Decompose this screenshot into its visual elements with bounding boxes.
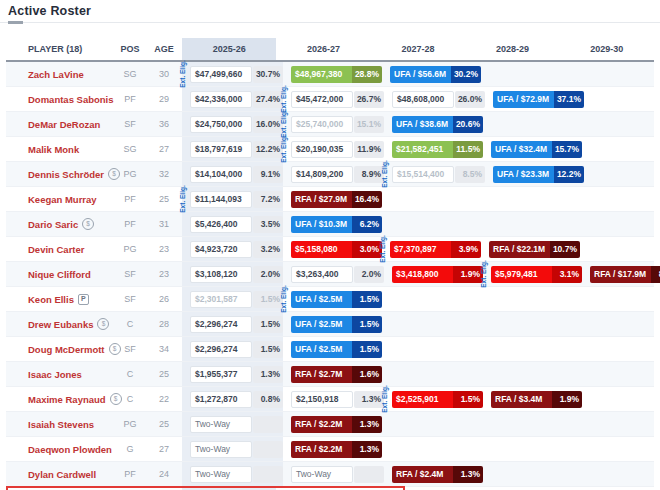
fa-badge: $7,370,8973.9% — [390, 241, 481, 258]
player-name-link[interactable]: Drew Eubanks — [28, 319, 93, 330]
salary-cell — [382, 362, 473, 386]
column-header-2025-26[interactable]: 2025-26 — [182, 38, 276, 60]
fa-badge-percent: 8.9% — [651, 266, 660, 283]
table-row: Keon EllisPSF26$2,301,5871.5%Ext. Elig.U… — [6, 287, 654, 312]
salary-cell — [473, 212, 564, 236]
salary-cell: RFA / $2.2M1.3% — [283, 412, 382, 436]
salary-group: $25,740,00015.1% — [291, 116, 384, 133]
table-row: Zach LaVineSG30Ext. Elig.$47,499,66030.7… — [6, 62, 654, 87]
player-cell: Isaac Jones — [6, 362, 114, 386]
salary-cell: Ext. Elig.$15,514,4008.5% — [384, 162, 485, 186]
salary-cell — [582, 137, 654, 161]
player-name-link[interactable]: Keegan Murray — [28, 194, 97, 205]
player-age: 23 — [146, 244, 182, 254]
salary-cell — [382, 187, 473, 211]
salary-cell: Ext. Elig.$45,472,00026.7% — [283, 87, 384, 111]
player-position: SF — [114, 344, 146, 354]
salary-group: $2,301,5871.5% — [190, 291, 283, 308]
cap-percent: 1.3% — [354, 391, 384, 408]
player-name-link[interactable]: Dario Saric — [28, 219, 78, 230]
fa-badge-percent: 16.4% — [352, 191, 382, 208]
salary-value: $2,301,587 — [190, 291, 252, 308]
salary-cell — [582, 387, 654, 411]
column-header-2027-28[interactable]: 2027-28 — [371, 38, 465, 60]
cap-percent — [354, 466, 384, 483]
ext-elig-label: Ext. Elig. — [280, 135, 287, 162]
player-name-link[interactable]: Doug McDermott — [28, 344, 105, 355]
fa-badge-label: RFA / $22.1M — [489, 241, 550, 258]
fa-badge-label: RFA / $3.4M — [491, 391, 552, 408]
player-name-link[interactable]: Malik Monk — [28, 144, 79, 155]
player-position: G — [114, 444, 146, 454]
salary-group: $14,809,2008.9% — [291, 166, 384, 183]
player-age: 28 — [146, 319, 182, 329]
player-name-link[interactable]: Dylan Cardwell — [28, 469, 96, 480]
player-position: C — [114, 319, 146, 329]
table-row: Isaac JonesC25$1,955,3771.3%RFA / $2.7M1… — [6, 362, 654, 387]
fa-badge: UFA / $2.5M1.5% — [291, 316, 382, 333]
salary-group: $1,955,3771.3% — [190, 366, 283, 383]
salary-cell: Ext. Elig.$25,740,00015.1% — [283, 112, 384, 136]
player-name-link[interactable]: Zach LaVine — [28, 69, 84, 80]
salary-cell: $42,336,00027.4% — [182, 87, 283, 111]
column-header-age[interactable]: AGE — [146, 38, 182, 60]
player-name-link[interactable]: Domantas Sabonis — [28, 94, 114, 105]
fa-badge: $3,418,8001.9% — [392, 266, 483, 283]
player-name-link[interactable]: Isaac Jones — [28, 369, 82, 380]
player-name-link[interactable]: Devin Carter — [28, 244, 85, 255]
salary-value: $48,608,000 — [392, 91, 454, 108]
player-age: 22 — [146, 394, 182, 404]
salary-cell — [568, 62, 655, 86]
player-name-link[interactable]: Dennis Schröder — [28, 169, 104, 180]
cap-percent: 16.0% — [253, 116, 283, 133]
table-header-row: PLAYER (18)POSAGE2025-262026-272027-2820… — [6, 38, 654, 62]
cap-percent: 1.5% — [253, 316, 283, 333]
salary-value: $3,263,400 — [291, 266, 353, 283]
salary-cell: Ext. Elig.$47,499,66030.7% — [182, 62, 283, 86]
fa-badge-label: $3,418,800 — [392, 266, 453, 283]
player-position: PG — [114, 169, 146, 179]
salary-cell — [473, 362, 564, 386]
column-header-2029-30[interactable]: 2029-30 — [560, 38, 654, 60]
salary-cell — [382, 287, 473, 311]
salary-cell: RFA / $2.2M1.3% — [283, 437, 382, 461]
fa-badge-label: RFA / $2.2M — [291, 441, 352, 458]
cap-percent: 1.5% — [253, 341, 283, 358]
tab-underline — [8, 21, 23, 24]
salary-group: $2,296,2741.5% — [190, 316, 283, 333]
player-name-link[interactable]: Maxime Raynaud — [28, 394, 106, 405]
salary-cell — [473, 287, 564, 311]
player-cell: Keegan Murray — [6, 187, 114, 211]
player-name-link[interactable]: DeMar DeRozan — [28, 119, 100, 130]
player-name-link[interactable]: Nique Clifford — [28, 269, 91, 280]
column-header-2026-27[interactable]: 2026-27 — [276, 38, 370, 60]
salary-value: $25,740,000 — [291, 116, 353, 133]
salary-cell: Ext. Elig.$2,525,9011.5% — [384, 387, 483, 411]
fa-badge-label: UFA / $10.3M — [291, 216, 352, 233]
fa-badge: UFA / $32.4M15.7% — [491, 141, 582, 158]
column-header-pos[interactable]: POS — [114, 38, 146, 60]
ext-elig-label: Ext. Elig. — [179, 185, 186, 212]
cap-percent: 2.0% — [253, 266, 283, 283]
player-name-link[interactable]: Isaiah Stevens — [28, 419, 94, 430]
fa-badge: $5,979,4813.1% — [491, 266, 582, 283]
trade-icon: $ — [97, 318, 109, 330]
cap-percent: 1.5% — [253, 291, 283, 308]
player-age: 24 — [146, 469, 182, 479]
fa-badge: $5,158,0803.0% — [291, 241, 382, 258]
salary-cell: $2,301,5871.5% — [182, 287, 283, 311]
player-age: 25 — [146, 419, 182, 429]
player-name-link[interactable]: Keon Ellis — [28, 294, 74, 305]
table-row: Keegan MurrayPF25Ext. Elig.$11,144,0937.… — [6, 187, 654, 212]
player-age: 23 — [146, 269, 182, 279]
salary-cell — [382, 312, 473, 336]
cap-percent: 12.2% — [253, 141, 283, 158]
player-name-link[interactable]: Daeqwon Plowden — [28, 444, 112, 455]
salary-value: $2,150,918 — [291, 391, 353, 408]
fa-badge-percent: 1.3% — [453, 466, 483, 483]
column-header-player[interactable]: PLAYER (18) — [6, 38, 114, 60]
fa-badge-percent: 12.2% — [554, 166, 584, 183]
salary-cell — [473, 412, 564, 436]
cap-percent: 15.1% — [354, 116, 384, 133]
column-header-2028-29[interactable]: 2028-29 — [465, 38, 559, 60]
